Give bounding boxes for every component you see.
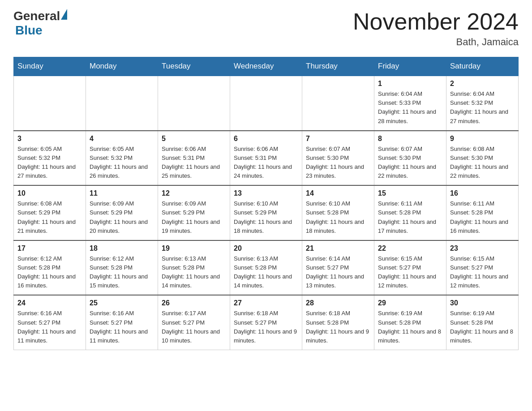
day-number: 18 — [90, 244, 154, 253]
day-info: Sunrise: 6:06 AMSunset: 5:31 PMDaylight:… — [234, 145, 298, 181]
location-subtitle: Bath, Jamaica — [353, 36, 519, 48]
table-row: 14Sunrise: 6:10 AMSunset: 5:28 PMDayligh… — [302, 185, 374, 240]
table-row: 18Sunrise: 6:12 AMSunset: 5:28 PMDayligh… — [86, 240, 158, 295]
table-row: 10Sunrise: 6:08 AMSunset: 5:29 PMDayligh… — [14, 185, 86, 240]
day-info: Sunrise: 6:06 AMSunset: 5:31 PMDaylight:… — [162, 145, 226, 181]
day-info: Sunrise: 6:04 AMSunset: 5:32 PMDaylight:… — [450, 90, 515, 126]
day-info: Sunrise: 6:08 AMSunset: 5:29 PMDaylight:… — [17, 199, 82, 235]
day-number: 12 — [162, 189, 226, 197]
title-area: November 2024 Bath, Jamaica — [353, 9, 519, 48]
calendar-week-row: 3Sunrise: 6:05 AMSunset: 5:32 PMDaylight… — [14, 131, 519, 186]
day-number: 9 — [450, 135, 515, 143]
day-number: 24 — [17, 299, 82, 307]
logo-triangle-icon — [61, 9, 67, 20]
table-row: 21Sunrise: 6:14 AMSunset: 5:27 PMDayligh… — [302, 240, 374, 295]
table-row: 4Sunrise: 6:05 AMSunset: 5:32 PMDaylight… — [86, 131, 158, 186]
col-sunday: Sunday — [14, 57, 86, 76]
day-number: 30 — [450, 299, 515, 307]
day-info: Sunrise: 6:12 AMSunset: 5:28 PMDaylight:… — [17, 254, 82, 291]
day-info: Sunrise: 6:08 AMSunset: 5:30 PMDaylight:… — [450, 145, 515, 181]
day-info: Sunrise: 6:07 AMSunset: 5:30 PMDaylight:… — [306, 145, 370, 181]
table-row — [302, 76, 374, 131]
table-row: 6Sunrise: 6:06 AMSunset: 5:31 PMDaylight… — [230, 131, 302, 186]
col-thursday: Thursday — [302, 57, 374, 76]
day-info: Sunrise: 6:19 AMSunset: 5:28 PMDaylight:… — [450, 309, 515, 345]
day-number: 13 — [234, 189, 298, 197]
table-row: 27Sunrise: 6:18 AMSunset: 5:27 PMDayligh… — [230, 295, 302, 350]
day-number: 3 — [17, 135, 82, 143]
day-info: Sunrise: 6:13 AMSunset: 5:28 PMDaylight:… — [162, 254, 226, 291]
logo: General Blue — [13, 9, 67, 38]
day-info: Sunrise: 6:10 AMSunset: 5:29 PMDaylight:… — [234, 199, 298, 235]
table-row: 9Sunrise: 6:08 AMSunset: 5:30 PMDaylight… — [446, 131, 519, 186]
day-number: 21 — [306, 244, 370, 253]
calendar-header-row: Sunday Monday Tuesday Wednesday Thursday… — [14, 57, 519, 76]
day-number: 15 — [378, 189, 442, 197]
day-info: Sunrise: 6:09 AMSunset: 5:29 PMDaylight:… — [90, 199, 154, 235]
table-row: 5Sunrise: 6:06 AMSunset: 5:31 PMDaylight… — [158, 131, 230, 186]
day-info: Sunrise: 6:11 AMSunset: 5:28 PMDaylight:… — [378, 199, 442, 235]
table-row: 24Sunrise: 6:16 AMSunset: 5:27 PMDayligh… — [14, 295, 86, 350]
table-row: 2Sunrise: 6:04 AMSunset: 5:32 PMDaylight… — [446, 76, 519, 131]
table-row: 17Sunrise: 6:12 AMSunset: 5:28 PMDayligh… — [14, 240, 86, 295]
day-number: 10 — [17, 189, 82, 197]
day-info: Sunrise: 6:13 AMSunset: 5:28 PMDaylight:… — [234, 254, 298, 291]
day-number: 27 — [234, 299, 298, 307]
calendar-week-row: 10Sunrise: 6:08 AMSunset: 5:29 PMDayligh… — [14, 185, 519, 240]
day-info: Sunrise: 6:19 AMSunset: 5:28 PMDaylight:… — [378, 309, 442, 345]
table-row — [14, 76, 86, 131]
table-row: 3Sunrise: 6:05 AMSunset: 5:32 PMDaylight… — [14, 131, 86, 186]
table-row: 23Sunrise: 6:15 AMSunset: 5:27 PMDayligh… — [446, 240, 519, 295]
day-info: Sunrise: 6:18 AMSunset: 5:27 PMDaylight:… — [234, 309, 298, 345]
header: General Blue November 2024 Bath, Jamaica — [13, 9, 519, 48]
day-number: 14 — [306, 189, 370, 197]
table-row: 15Sunrise: 6:11 AMSunset: 5:28 PMDayligh… — [374, 185, 446, 240]
day-info: Sunrise: 6:15 AMSunset: 5:27 PMDaylight:… — [450, 254, 515, 291]
day-info: Sunrise: 6:05 AMSunset: 5:32 PMDaylight:… — [17, 145, 82, 181]
day-number: 17 — [17, 244, 82, 253]
month-year-title: November 2024 — [353, 9, 519, 34]
table-row: 22Sunrise: 6:15 AMSunset: 5:27 PMDayligh… — [374, 240, 446, 295]
day-number: 8 — [378, 135, 442, 143]
day-number: 4 — [90, 135, 154, 143]
day-info: Sunrise: 6:04 AMSunset: 5:33 PMDaylight:… — [378, 90, 442, 126]
table-row: 20Sunrise: 6:13 AMSunset: 5:28 PMDayligh… — [230, 240, 302, 295]
day-number: 5 — [162, 135, 226, 143]
day-number: 22 — [378, 244, 442, 253]
table-row: 25Sunrise: 6:16 AMSunset: 5:27 PMDayligh… — [86, 295, 158, 350]
table-row: 30Sunrise: 6:19 AMSunset: 5:28 PMDayligh… — [446, 295, 519, 350]
table-row: 29Sunrise: 6:19 AMSunset: 5:28 PMDayligh… — [374, 295, 446, 350]
table-row: 1Sunrise: 6:04 AMSunset: 5:33 PMDaylight… — [374, 76, 446, 131]
day-info: Sunrise: 6:16 AMSunset: 5:27 PMDaylight:… — [17, 309, 82, 345]
day-info: Sunrise: 6:16 AMSunset: 5:27 PMDaylight:… — [90, 309, 154, 345]
day-info: Sunrise: 6:12 AMSunset: 5:28 PMDaylight:… — [90, 254, 154, 291]
day-info: Sunrise: 6:18 AMSunset: 5:28 PMDaylight:… — [306, 309, 370, 345]
day-number: 2 — [450, 80, 515, 88]
day-number: 1 — [378, 80, 442, 88]
table-row: 7Sunrise: 6:07 AMSunset: 5:30 PMDaylight… — [302, 131, 374, 186]
table-row: 11Sunrise: 6:09 AMSunset: 5:29 PMDayligh… — [86, 185, 158, 240]
day-info: Sunrise: 6:10 AMSunset: 5:28 PMDaylight:… — [306, 199, 370, 235]
calendar-week-row: 1Sunrise: 6:04 AMSunset: 5:33 PMDaylight… — [14, 76, 519, 131]
table-row — [230, 76, 302, 131]
day-number: 11 — [90, 189, 154, 197]
day-number: 23 — [450, 244, 515, 253]
table-row: 12Sunrise: 6:09 AMSunset: 5:29 PMDayligh… — [158, 185, 230, 240]
day-number: 16 — [450, 189, 515, 197]
day-number: 7 — [306, 135, 370, 143]
day-number: 28 — [306, 299, 370, 307]
table-row: 26Sunrise: 6:17 AMSunset: 5:27 PMDayligh… — [158, 295, 230, 350]
day-number: 20 — [234, 244, 298, 253]
day-info: Sunrise: 6:17 AMSunset: 5:27 PMDaylight:… — [162, 309, 226, 345]
day-number: 25 — [90, 299, 154, 307]
calendar-table: Sunday Monday Tuesday Wednesday Thursday… — [13, 57, 519, 350]
col-friday: Friday — [374, 57, 446, 76]
table-row: 19Sunrise: 6:13 AMSunset: 5:28 PMDayligh… — [158, 240, 230, 295]
logo-general-text: General — [13, 9, 60, 23]
day-info: Sunrise: 6:11 AMSunset: 5:28 PMDaylight:… — [450, 199, 515, 235]
day-number: 6 — [234, 135, 298, 143]
day-info: Sunrise: 6:07 AMSunset: 5:30 PMDaylight:… — [378, 145, 442, 181]
day-number: 26 — [162, 299, 226, 307]
table-row — [86, 76, 158, 131]
col-wednesday: Wednesday — [230, 57, 302, 76]
